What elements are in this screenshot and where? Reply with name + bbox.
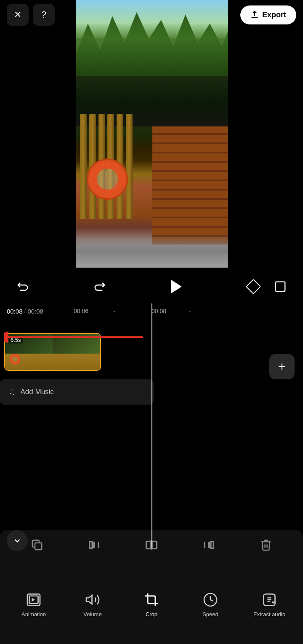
duplicate-button[interactable] — [27, 534, 48, 555]
delete-button[interactable] — [255, 534, 276, 555]
animation-icon — [25, 591, 43, 609]
trim-right-button[interactable] — [198, 534, 219, 555]
fence-post — [126, 114, 133, 219]
collapse-icon — [13, 536, 22, 545]
keyframe-button[interactable] — [243, 276, 263, 297]
extract-audio-icon — [260, 591, 278, 609]
timecode-divider: / — [24, 308, 26, 314]
undo-icon — [16, 280, 29, 293]
keyframe-icon — [246, 279, 261, 295]
export-icon — [250, 11, 259, 19]
music-icon: ♫ — [8, 386, 16, 397]
right-controls — [243, 276, 290, 297]
volume-label: Volume — [83, 611, 101, 617]
extract-audio-label: Extract audio — [253, 611, 285, 617]
video-preview — [76, 0, 228, 268]
add-music-button[interactable]: ♫ Add Music — [0, 379, 154, 405]
crop-svg — [144, 592, 159, 607]
dot1: • — [114, 309, 115, 313]
current-time: 00:08 — [7, 308, 23, 315]
speed-label: Speed — [202, 611, 218, 617]
speed-tool[interactable]: Speed — [194, 591, 227, 617]
volume-icon — [84, 591, 101, 609]
total-time: 00:08 — [27, 308, 43, 315]
svg-rect-4 — [35, 543, 42, 550]
life-ring — [88, 160, 126, 198]
extract-audio-tool[interactable]: Extract audio — [252, 591, 286, 617]
collapse-button[interactable] — [7, 530, 28, 551]
add-clip-button[interactable]: + — [269, 354, 295, 379]
feature-toolbar: Animation Volume Crop — [0, 560, 303, 644]
trim-left-icon — [88, 539, 101, 551]
volume-tool[interactable]: Volume — [76, 591, 109, 617]
scene-foreground — [76, 234, 228, 268]
music-label: Add Music — [21, 388, 54, 396]
play-icon — [167, 277, 186, 296]
end-time: 00:08 — [152, 308, 166, 314]
export-label: Export — [262, 11, 286, 19]
close-button[interactable]: ✕ — [7, 4, 29, 26]
svg-marker-12 — [86, 595, 92, 604]
extract-audio-svg — [262, 592, 277, 607]
top-bar-left: ✕ ? — [7, 4, 55, 26]
animation-tool[interactable]: Animation — [17, 591, 50, 617]
help-button[interactable]: ? — [33, 4, 55, 26]
redo-button[interactable] — [90, 276, 110, 297]
crop-tool[interactable]: Crop — [135, 591, 168, 617]
fence-post — [80, 114, 87, 219]
volume-svg — [85, 592, 100, 607]
svg-rect-1 — [276, 282, 285, 292]
annotation-arrow — [4, 325, 147, 350]
top-bar: ✕ ? Export — [0, 0, 303, 30]
animation-label: Animation — [21, 611, 46, 617]
delete-icon — [260, 539, 272, 551]
undo-button[interactable] — [13, 276, 33, 297]
crop-icon — [143, 591, 160, 609]
svg-marker-0 — [171, 280, 182, 294]
red-arrow-svg — [4, 325, 147, 350]
svg-rect-5 — [92, 542, 94, 548]
tool-items: Animation Volume Crop — [0, 560, 303, 644]
animation-svg — [26, 592, 41, 607]
play-button[interactable] — [166, 276, 186, 297]
scene-brick — [152, 126, 228, 244]
crop-label: Crop — [146, 611, 157, 617]
fullscreen-icon — [274, 280, 287, 293]
export-button[interactable]: Export — [240, 5, 296, 24]
playback-controls — [0, 270, 303, 303]
trim-left-button[interactable] — [84, 534, 105, 555]
trim-right-icon — [202, 539, 215, 551]
speed-svg — [203, 592, 218, 607]
playhead — [152, 303, 152, 548]
video-frame — [76, 0, 228, 268]
svg-rect-6 — [146, 541, 151, 549]
mid-time: 00:06 — [74, 308, 88, 314]
redo-icon — [93, 280, 106, 293]
dot2: • — [189, 309, 191, 313]
fullscreen-button[interactable] — [270, 276, 290, 297]
duplicate-icon — [31, 539, 43, 551]
svg-rect-7 — [152, 541, 157, 549]
speed-icon — [202, 591, 219, 609]
timeline-area: 00:08 / 00:08 00:06 • 00:08 • — [0, 303, 303, 548]
